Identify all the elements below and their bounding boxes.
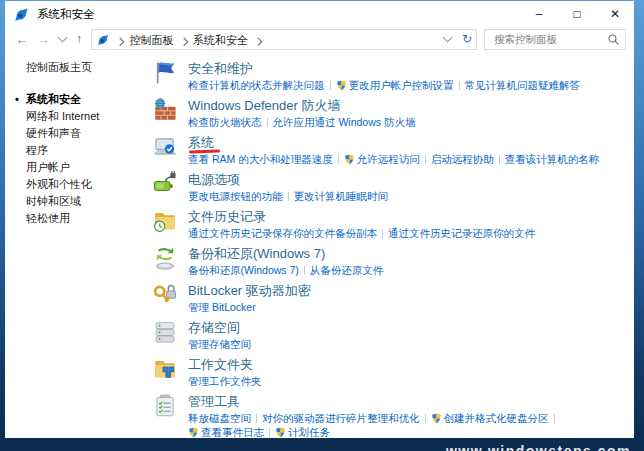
breadcrumb-item[interactable]: 控制面板 (130, 34, 174, 46)
task-links: 释放磁盘空间对你的驱动器进行碎片整理和优化创建并格式化硬盘分区查看事件日志计划任… (188, 411, 632, 438)
section-title-link[interactable]: 电源选项 (188, 172, 240, 188)
task-link[interactable]: 管理 BitLocker (188, 301, 256, 313)
sidebar: 控制面板主页 系统和安全网络和 Internet硬件和声音程序用户帐户外观和个性… (5, 51, 151, 438)
task-link[interactable]: 查看该计算机的名称 (505, 153, 600, 165)
task-links: 更改电源按钮的功能更改计算机睡眠时间 (188, 189, 632, 203)
task-link[interactable]: 常见计算机问题疑难解答 (465, 79, 581, 91)
task-link-label: 通过文件历史记录还原你的文件 (388, 227, 535, 239)
navigation-bar: ← → ↑ 控制面板系统和安全 ↻ (5, 27, 634, 51)
up-button[interactable]: ↑ (76, 33, 82, 45)
task-link-label: 更改电源按钮的功能 (188, 190, 283, 202)
task-link[interactable]: 从备份还原文件 (310, 264, 384, 276)
section-title-link[interactable]: 工作文件夹 (188, 357, 253, 373)
task-link-label: 管理 BitLocker (188, 301, 256, 313)
task-link-label: 释放磁盘空间 (188, 412, 251, 424)
task-link-label: 启动远程协助 (431, 153, 494, 165)
task-link[interactable]: 启动远程协助 (431, 153, 494, 165)
sidebar-item-control-panel-home[interactable]: 控制面板主页 (26, 60, 151, 75)
task-link-label: 检查防火墙状态 (188, 116, 262, 128)
task-link[interactable]: 检查计算机的状态并解决问题 (188, 79, 325, 91)
sidebar-item[interactable]: 系统和安全 (26, 91, 151, 108)
search-icon (607, 33, 620, 46)
task-link[interactable]: 释放磁盘空间 (188, 412, 251, 424)
storage-spaces-icon[interactable] (151, 319, 181, 347)
link-separator (330, 81, 331, 90)
sidebar-item[interactable]: 外观和个性化 (26, 176, 151, 193)
task-link[interactable]: 通过文件历史记录还原你的文件 (388, 227, 535, 239)
section-title-link[interactable]: 管理工具 (188, 394, 240, 410)
section-title-link[interactable]: 备份和还原(Windows 7) (188, 246, 325, 262)
category-section: 文件历史记录通过文件历史记录保存你的文件备份副本通过文件历史记录还原你的文件 (151, 207, 632, 240)
task-link-label: 创建并格式化硬盘分区 (444, 412, 549, 424)
sidebar-item[interactable]: 硬件和声音 (26, 125, 151, 142)
minimize-button[interactable]: – (520, 1, 558, 27)
forward-button[interactable]: → (37, 33, 50, 46)
back-button[interactable]: ← (15, 33, 28, 46)
sidebar-item[interactable]: 用户帐户 (26, 159, 151, 176)
section-title-link[interactable]: 存储空间 (188, 320, 240, 336)
task-link-label: 更改计算机睡眠时间 (294, 190, 389, 202)
task-links: 管理存储空间 (188, 337, 632, 351)
maximize-button[interactable]: □ (558, 1, 596, 27)
task-link-label: 通过文件历史记录保存你的文件备份副本 (188, 227, 377, 239)
power-options-icon[interactable] (151, 171, 181, 199)
section-title-link[interactable]: BitLocker 驱动器加密 (188, 283, 311, 299)
task-link[interactable]: 备份和还原(Windows 7) (188, 264, 299, 276)
task-link-label: 查看事件日志 (201, 426, 264, 438)
control-panel-icon (97, 33, 110, 46)
address-dropdown-chevron-icon[interactable] (442, 33, 452, 43)
task-link-label: 查看该计算机的名称 (505, 153, 600, 165)
task-link[interactable]: 允许远程访问 (344, 153, 420, 165)
breadcrumb-chevron-icon[interactable] (254, 37, 262, 45)
search-input[interactable] (492, 32, 607, 46)
category-section: 安全和维护检查计算机的状态并解决问题更改用户帐户控制设置常见计算机问题疑难解答 (151, 59, 632, 92)
task-link[interactable]: 更改计算机睡眠时间 (294, 190, 389, 202)
sidebar-item[interactable]: 程序 (26, 142, 151, 159)
file-history-icon[interactable] (151, 208, 181, 236)
task-link[interactable]: 对你的驱动器进行碎片整理和优化 (262, 412, 420, 424)
section-title-link[interactable]: 系统 (188, 135, 214, 151)
link-separator (554, 414, 555, 423)
task-link[interactable]: 允许应用通过 Windows 防火墙 (273, 116, 416, 128)
category-section: 存储空间管理存储空间 (151, 318, 632, 351)
admin-tools-icon[interactable] (151, 393, 181, 421)
task-link[interactable]: 管理存储空间 (188, 338, 251, 350)
bitlocker-icon[interactable] (151, 282, 181, 310)
close-button[interactable]: ✕ (596, 1, 634, 27)
task-link[interactable]: 管理工作文件夹 (188, 375, 262, 387)
section-title-link[interactable]: 文件历史记录 (188, 209, 266, 225)
category-section: 备份和还原(Windows 7)备份和还原(Windows 7)从备份还原文件 (151, 244, 632, 277)
breadcrumb-item[interactable]: 系统和安全 (193, 34, 248, 46)
task-link[interactable]: 查看事件日志 (188, 426, 264, 438)
task-link-label: 备份和还原(Windows 7) (188, 264, 299, 276)
section-title-link[interactable]: Windows Defender 防火墙 (188, 98, 340, 114)
section-title-link[interactable]: 安全和维护 (188, 61, 253, 77)
security-flag-icon[interactable] (151, 60, 181, 88)
task-link[interactable]: 创建并格式化硬盘分区 (431, 412, 549, 424)
breadcrumb-chevron-icon[interactable] (116, 37, 124, 45)
link-separator (499, 155, 500, 164)
work-folders-icon[interactable] (151, 356, 181, 384)
sidebar-item[interactable]: 网络和 Internet (26, 108, 151, 125)
address-bar[interactable]: 控制面板系统和安全 ↻ (91, 29, 477, 50)
breadcrumb-chevron-icon[interactable] (179, 37, 187, 45)
recent-pages-chevron-icon[interactable] (58, 33, 68, 43)
search-box[interactable] (484, 29, 626, 50)
task-link[interactable]: 检查防火墙状态 (188, 116, 262, 128)
task-link[interactable]: 更改电源按钮的功能 (188, 190, 283, 202)
task-link-label: 管理工作文件夹 (188, 375, 262, 387)
uac-shield-icon (336, 80, 347, 91)
firewall-icon[interactable] (151, 97, 181, 125)
task-link[interactable]: 通过文件历史记录保存你的文件备份副本 (188, 227, 377, 239)
sidebar-item[interactable]: 时钟和区域 (26, 193, 151, 210)
control-panel-icon (14, 6, 30, 22)
task-link[interactable]: 更改用户帐户控制设置 (336, 79, 454, 91)
refresh-icon[interactable]: ↻ (462, 32, 472, 46)
backup-restore-icon[interactable] (151, 245, 181, 273)
task-link[interactable]: 计划任务 (275, 426, 330, 438)
system-computer-icon[interactable] (151, 134, 181, 162)
task-link[interactable]: 查看 RAM 的大小和处理器速度 (188, 153, 333, 165)
task-link-label: 允许远程访问 (357, 153, 420, 165)
window-title: 系统和安全 (37, 7, 520, 22)
sidebar-item[interactable]: 轻松使用 (26, 210, 151, 227)
